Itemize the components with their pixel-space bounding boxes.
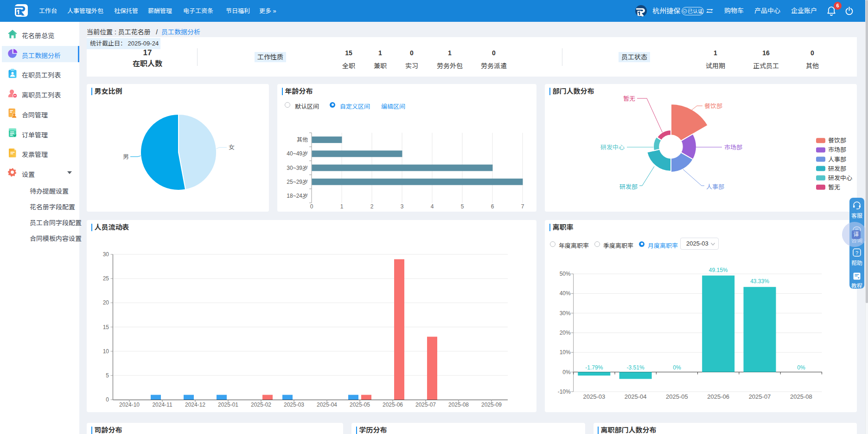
svg-text:-1.79%: -1.79% <box>585 364 603 371</box>
svg-text:30: 30 <box>103 251 109 258</box>
svg-text:研发部: 研发部 <box>619 183 638 190</box>
svg-text:40%: 40% <box>560 290 571 297</box>
svg-text:0%: 0% <box>562 369 571 376</box>
svg-text:2025-06: 2025-06 <box>707 393 729 400</box>
svg-text:2024-11: 2024-11 <box>152 402 172 408</box>
svg-text:市场部: 市场部 <box>828 146 846 153</box>
svg-text:研发中心: 研发中心 <box>600 144 625 151</box>
svg-text:0: 0 <box>310 203 313 210</box>
svg-text:43.33%: 43.33% <box>750 278 769 285</box>
svg-text:2025-07: 2025-07 <box>415 402 436 408</box>
svg-text:2025-09: 2025-09 <box>481 402 502 408</box>
svg-text:人事部: 人事部 <box>828 156 846 163</box>
svg-text:餐饮部: 餐饮部 <box>828 137 846 144</box>
svg-text:49.15%: 49.15% <box>709 267 728 273</box>
svg-text:2024-12: 2024-12 <box>185 402 205 408</box>
svg-text:?: ? <box>855 250 858 256</box>
svg-text:2: 2 <box>370 203 374 210</box>
svg-text:20: 20 <box>103 299 109 306</box>
svg-text:2025-03: 2025-03 <box>583 393 605 400</box>
svg-text:0%: 0% <box>797 364 805 371</box>
svg-text:3: 3 <box>401 203 404 210</box>
svg-text:暂无: 暂无 <box>828 184 840 191</box>
svg-text:人事部: 人事部 <box>706 183 724 190</box>
svg-text:餐饮部: 餐饮部 <box>704 103 722 110</box>
svg-text:10: 10 <box>103 348 109 355</box>
svg-text:男: 男 <box>123 153 129 160</box>
svg-text:18~24岁: 18~24岁 <box>287 193 308 199</box>
svg-text:2025-07: 2025-07 <box>749 393 771 400</box>
svg-text:2025-05: 2025-05 <box>666 393 688 400</box>
svg-text:10%: 10% <box>560 349 571 356</box>
svg-text:市场部: 市场部 <box>724 144 742 151</box>
svg-text:2025-01: 2025-01 <box>218 402 238 408</box>
svg-text:2025-05: 2025-05 <box>350 402 370 408</box>
svg-text:-3.51%: -3.51% <box>627 364 645 371</box>
svg-text:30~39岁: 30~39岁 <box>287 165 308 171</box>
svg-text:5: 5 <box>461 203 464 210</box>
svg-text:5: 5 <box>106 372 109 379</box>
svg-text:2024-10: 2024-10 <box>119 402 140 408</box>
svg-text:研发部: 研发部 <box>828 165 846 172</box>
svg-text:4: 4 <box>431 203 434 210</box>
svg-text:研发中心: 研发中心 <box>828 175 852 181</box>
svg-text:40~49岁: 40~49岁 <box>287 150 308 157</box>
svg-text:2025-08: 2025-08 <box>790 393 812 400</box>
svg-text:2025-06: 2025-06 <box>383 402 403 408</box>
svg-text:1: 1 <box>340 203 344 210</box>
svg-text:2025-08: 2025-08 <box>448 402 469 408</box>
svg-text:25~29岁: 25~29岁 <box>287 179 308 185</box>
svg-text:50%: 50% <box>560 271 571 277</box>
svg-text:6: 6 <box>491 203 494 210</box>
svg-text:2025-03: 2025-03 <box>284 402 304 408</box>
svg-text:0: 0 <box>106 396 109 403</box>
svg-text:其他: 其他 <box>297 136 308 143</box>
svg-text:15: 15 <box>103 324 109 330</box>
svg-text:7: 7 <box>521 203 524 210</box>
svg-text:2025-04: 2025-04 <box>317 402 337 408</box>
svg-text:暂无: 暂无 <box>623 95 635 102</box>
svg-text:0%: 0% <box>673 364 681 371</box>
svg-text:女: 女 <box>229 144 235 151</box>
svg-text:30%: 30% <box>560 310 571 317</box>
svg-text:2025-02: 2025-02 <box>251 402 271 408</box>
svg-text:-10%: -10% <box>558 389 571 395</box>
svg-text:2025-04: 2025-04 <box>625 393 647 400</box>
svg-text:20%: 20% <box>560 330 571 336</box>
svg-text:25: 25 <box>103 275 109 282</box>
